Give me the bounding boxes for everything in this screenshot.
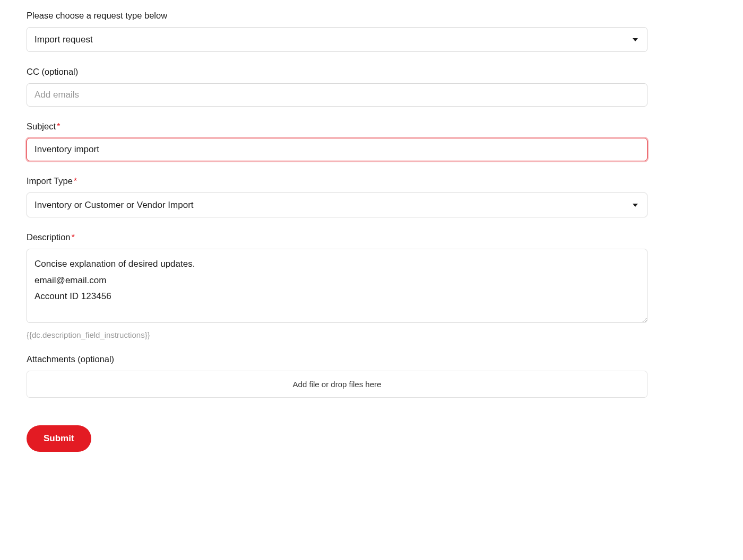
- description-group: Description* {{dc.description_field_inst…: [27, 232, 647, 339]
- cc-optional-text: (optional): [41, 67, 78, 76]
- cc-group: CC (optional): [27, 67, 647, 107]
- attachments-label: Attachments (optional): [27, 354, 647, 364]
- required-indicator: *: [74, 176, 77, 186]
- request-type-label: Please choose a request type below: [27, 11, 647, 21]
- cc-label-text: CC: [27, 67, 39, 76]
- submit-button[interactable]: Submit: [27, 425, 91, 452]
- required-indicator: *: [72, 232, 75, 242]
- request-type-select-wrapper: Import request: [27, 27, 647, 52]
- attachments-optional-text: (optional): [77, 354, 114, 364]
- attachments-label-text: Attachments: [27, 354, 75, 364]
- required-indicator: *: [57, 121, 60, 131]
- request-type-group: Please choose a request type below Impor…: [27, 11, 647, 52]
- description-helper: {{dc.description_field_instructions}}: [27, 330, 647, 339]
- request-type-select[interactable]: Import request: [27, 27, 647, 52]
- import-type-select[interactable]: Inventory or Customer or Vendor Import: [27, 192, 647, 217]
- description-label: Description*: [27, 232, 647, 242]
- attachments-dropzone[interactable]: Add file or drop files here: [27, 371, 647, 398]
- subject-label: Subject*: [27, 121, 647, 132]
- subject-group: Subject*: [27, 121, 647, 161]
- cc-label: CC (optional): [27, 67, 647, 77]
- import-type-group: Import Type* Inventory or Customer or Ve…: [27, 176, 647, 217]
- import-type-select-wrapper: Inventory or Customer or Vendor Import: [27, 192, 647, 217]
- subject-input[interactable]: [27, 138, 647, 161]
- request-form: Please choose a request type below Impor…: [27, 11, 647, 452]
- subject-label-text: Subject: [27, 121, 56, 131]
- import-type-label: Import Type*: [27, 176, 647, 186]
- description-textarea[interactable]: [27, 249, 647, 323]
- cc-input[interactable]: [27, 83, 647, 107]
- description-label-text: Description: [27, 232, 71, 242]
- attachments-group: Attachments (optional) Add file or drop …: [27, 354, 647, 398]
- import-type-label-text: Import Type: [27, 176, 73, 186]
